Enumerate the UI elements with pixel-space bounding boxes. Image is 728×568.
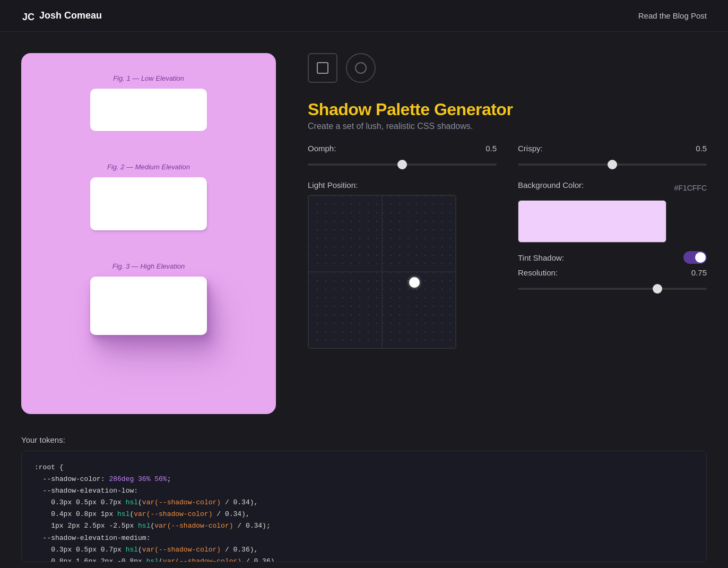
crispy-label: Crispy: — [518, 144, 543, 153]
app-title: Shadow Palette Generator — [308, 100, 707, 119]
svg-point-3 — [356, 63, 366, 73]
controls-panel: Shadow Palette Generator Create a set of… — [276, 53, 707, 414]
oomph-group: Oomph: 0.5 — [308, 144, 497, 168]
svg-rect-2 — [317, 63, 328, 73]
preview-item-high: Fig. 3 — High Elevation — [48, 262, 249, 335]
crispy-label-row: Crispy: 0.5 — [518, 144, 707, 153]
logo-text: Josh Comeau — [39, 10, 102, 21]
resolution-value: 0.75 — [691, 268, 707, 277]
light-position-handle[interactable] — [409, 277, 420, 288]
bg-color-label: Background Color: — [518, 180, 584, 190]
fig3-label: Fig. 3 — High Elevation — [112, 262, 185, 270]
tint-shadow-label: Tint Shadow: — [518, 253, 564, 262]
tokens-code-box: :root { --shadow-color: 286deg 36% 56%; … — [21, 451, 707, 562]
grid-q1 — [308, 195, 382, 272]
toggle-knob — [695, 252, 706, 263]
bg-color-group: Background Color: #F1CFFC Tint Shadow: R… — [518, 180, 707, 292]
logo-icon: J C — [21, 8, 36, 23]
resolution-slider[interactable] — [518, 288, 707, 290]
app-subtitle: Create a set of lush, realistic CSS shad… — [308, 122, 707, 131]
logo: J C Josh Comeau — [21, 8, 102, 23]
light-position-label: Light Position: — [308, 180, 497, 190]
tint-shadow-toggle[interactable] — [683, 251, 707, 264]
resolution-label-row: Resolution: 0.75 — [518, 268, 707, 277]
svg-text:C: C — [28, 12, 34, 22]
square-shape-button[interactable] — [308, 53, 337, 83]
sliders-row: Oomph: 0.5 Crispy: 0.5 — [308, 144, 707, 168]
oomph-label-row: Oomph: 0.5 — [308, 144, 497, 153]
oomph-slider[interactable] — [308, 163, 497, 166]
light-grid[interactable] — [308, 195, 456, 349]
oomph-label: Oomph: — [308, 144, 336, 153]
read-blog-link[interactable]: Read the Blog Post — [638, 11, 707, 20]
bg-label-row: Background Color: #F1CFFC — [518, 180, 707, 195]
grid-q3 — [308, 272, 382, 348]
resolution-group: Resolution: 0.75 — [518, 268, 707, 292]
main-content: Fig. 1 — Low Elevation Fig. 2 — Medium E… — [0, 32, 728, 435]
bg-color-hex: #F1CFFC — [674, 184, 707, 192]
position-color-row: Light Position: Background Color: #F1CFF… — [308, 180, 707, 349]
tint-shadow-row: Tint Shadow: — [518, 251, 707, 264]
preview-card-medium — [90, 177, 207, 230]
fig2-label: Fig. 2 — Medium Elevation — [107, 163, 190, 171]
preview-panel: Fig. 1 — Low Elevation Fig. 2 — Medium E… — [21, 53, 276, 414]
circle-shape-button[interactable] — [346, 53, 376, 83]
preview-card-low — [90, 89, 207, 131]
crispy-slider[interactable] — [518, 163, 707, 166]
bg-color-swatch[interactable] — [518, 200, 666, 243]
svg-text:J: J — [22, 12, 28, 22]
preview-card-high — [90, 277, 207, 335]
preview-item-medium: Fig. 2 — Medium Elevation — [48, 163, 249, 230]
crispy-value: 0.5 — [696, 144, 707, 153]
oomph-value: 0.5 — [486, 144, 497, 153]
tokens-section: Your tokens: :root { --shadow-color: 286… — [0, 435, 728, 568]
resolution-label: Resolution: — [518, 268, 558, 277]
preview-item-low: Fig. 1 — Low Elevation — [48, 74, 249, 131]
tokens-label: Your tokens: — [21, 435, 707, 444]
light-position-group: Light Position: — [308, 180, 497, 349]
grid-q2 — [382, 195, 456, 272]
shape-selector — [308, 53, 707, 83]
header: J C Josh Comeau Read the Blog Post — [0, 0, 728, 32]
crispy-group: Crispy: 0.5 — [518, 144, 707, 168]
app-title-group: Shadow Palette Generator Create a set of… — [308, 100, 707, 131]
fig1-label: Fig. 1 — Low Elevation — [113, 74, 184, 82]
